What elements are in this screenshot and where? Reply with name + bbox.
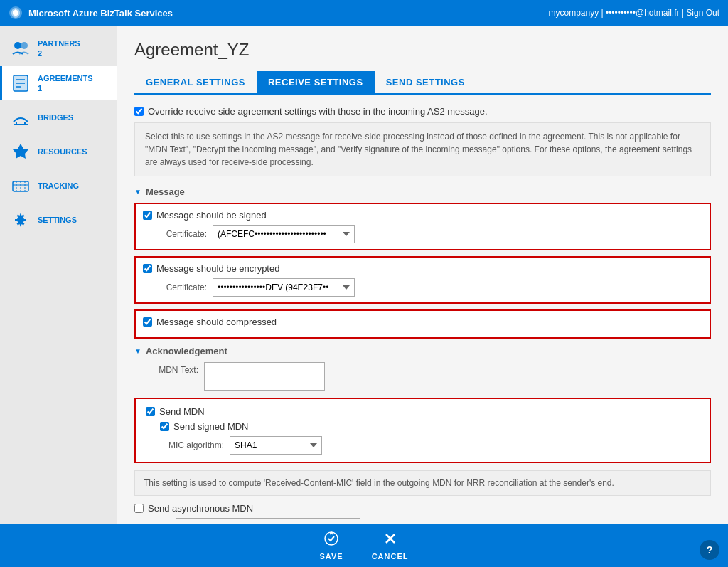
page-title: Agreement_YZ <box>134 40 711 60</box>
topbar-email: ••••••••••@hotmail.fr <box>606 8 680 18</box>
save-button[interactable]: SAVE <box>320 531 343 561</box>
azure-logo-icon <box>9 6 23 20</box>
certificate-signed-row: Certificate: (AFCEFC••••••••••••••••••••… <box>143 225 702 243</box>
msg-signed-checkbox[interactable] <box>143 211 152 220</box>
topbar-username: mycompanyy | <box>548 8 605 18</box>
mdn-text-input[interactable] <box>204 362 325 391</box>
acknowledgement-section-label: Acknowledgement <box>146 346 228 356</box>
nrr-info-box: This setting is used to compute 'Receive… <box>134 470 711 496</box>
send-mdn-box: Send MDN Send signed MDN MIC algorithm: … <box>134 398 711 463</box>
sidebar-item-partners[interactable]: PARTNERS 2 <box>0 31 117 66</box>
tabs-bar: GENERAL SETTINGS RECEIVE SETTINGS SEND S… <box>134 71 711 95</box>
msg-encrypted-checkbox[interactable] <box>143 264 152 273</box>
topbar-left: Microsoft Azure BizTalk Services <box>9 6 173 20</box>
svg-point-1 <box>14 42 21 49</box>
msg-encrypted-check-row: Message should be encrypted <box>143 263 702 274</box>
mdn-text-row: MDN Text: <box>134 362 711 391</box>
cancel-label: CANCEL <box>372 552 409 561</box>
signout-link[interactable]: Sign Out <box>686 8 719 18</box>
sidebar-item-resources-text: RESOURCES <box>38 147 87 157</box>
mic-algorithm-select[interactable]: SHA1 MD5 <box>230 436 322 455</box>
sidebar-item-agreements[interactable]: AGREEMENTS 1 <box>0 66 117 101</box>
certificate-encrypted-row: Certificate: ••••••••••••••••DEV (94E23F… <box>143 278 702 297</box>
content-area: Agreement_YZ GENERAL SETTINGS RECEIVE SE… <box>117 26 728 524</box>
send-signed-mdn-label: Send signed MDN <box>173 421 249 432</box>
send-mdn-label: Send MDN <box>159 406 205 417</box>
msg-compressed-label: Message should compressed <box>156 317 277 327</box>
msg-signed-box: Message should be signed Certificate: (A… <box>134 203 711 250</box>
msg-signed-label: Message should be signed <box>156 210 267 221</box>
mic-algorithm-label: MIC algorithm: <box>160 440 224 450</box>
agreements-icon <box>11 73 31 93</box>
sidebar-item-tracking[interactable]: TRACKING <box>0 169 117 203</box>
sidebar-item-resources[interactable]: RESOURCES <box>0 134 117 169</box>
triangle-icon: ▼ <box>134 188 141 196</box>
mdn-text-label: MDN Text: <box>149 362 198 375</box>
save-icon <box>323 531 339 550</box>
cancel-button[interactable]: CANCEL <box>372 531 409 561</box>
help-button[interactable]: ? <box>700 540 719 560</box>
mic-row: MIC algorithm: SHA1 MD5 <box>160 436 700 455</box>
message-section-label: Message <box>146 186 185 197</box>
sidebar-item-settings-text: SETTINGS <box>38 215 77 225</box>
sidebar-item-partners-text: PARTNERS 2 <box>38 38 80 59</box>
async-mdn-checkbox[interactable] <box>134 504 144 513</box>
sidebar-item-bridges-text: BRIDGES <box>38 112 73 122</box>
svg-point-18 <box>325 532 338 545</box>
sidebar-item-bridges[interactable]: BRIDGES <box>0 100 117 134</box>
certificate-signed-field-label: Certificate: <box>157 229 207 239</box>
send-mdn-check-row: Send MDN <box>146 406 700 417</box>
sidebar-item-agreements-text: AGREEMENTS 1 <box>38 73 93 94</box>
save-label: SAVE <box>320 552 343 561</box>
override-checkbox[interactable] <box>134 107 144 116</box>
acknowledgement-section-header: ▼ Acknowledgement <box>134 346 711 356</box>
msg-compressed-box: Message should compressed <box>134 309 711 339</box>
message-section-header: ▼ Message <box>134 186 711 197</box>
url-input[interactable] <box>176 518 360 524</box>
send-signed-mdn-checkbox[interactable] <box>160 422 169 431</box>
certificate-signed-select[interactable]: (AFCEFC•••••••••••••••••••••••• <box>213 225 355 243</box>
app-title: Microsoft Azure BizTalk Services <box>28 8 173 18</box>
tab-general[interactable]: GENERAL SETTINGS <box>134 71 257 93</box>
svg-rect-12 <box>13 181 28 191</box>
send-mdn-checkbox[interactable] <box>146 407 155 416</box>
async-mdn-label: Send asynchronous MDN <box>148 503 253 514</box>
msg-signed-check-row: Message should be signed <box>143 210 702 221</box>
certificate-encrypted-select[interactable]: ••••••••••••••••DEV (94E23F7•• <box>213 278 355 297</box>
svg-marker-11 <box>13 144 28 159</box>
topbar-user-area: mycompanyy | ••••••••••@hotmail.fr | Sig… <box>548 8 719 18</box>
send-mdn-inner: Send signed MDN MIC algorithm: SHA1 MD5 <box>146 421 700 455</box>
send-signed-mdn-check-row: Send signed MDN <box>160 421 700 432</box>
partners-icon <box>11 38 31 58</box>
settings-icon <box>11 210 31 230</box>
msg-encrypted-label: Message should be encrypted <box>156 263 279 274</box>
override-info-box: Select this to use settings in the AS2 m… <box>134 122 711 176</box>
msg-compressed-checkbox[interactable] <box>143 317 152 327</box>
url-row: URL: <box>134 518 711 524</box>
bottom-bar: SAVE CANCEL ? <box>0 524 728 567</box>
tab-send[interactable]: SEND SETTINGS <box>375 71 476 93</box>
sidebar-item-settings[interactable]: SETTINGS <box>0 203 117 237</box>
msg-compressed-check-row: Message should compressed <box>143 317 702 327</box>
override-label: Override receive side agreement settings… <box>148 106 488 117</box>
certificate-encrypted-field-label: Certificate: <box>157 282 207 292</box>
tracking-icon <box>11 176 31 196</box>
msg-encrypted-box: Message should be encrypted Certificate:… <box>134 256 711 304</box>
async-mdn-row: Send asynchronous MDN <box>134 503 711 514</box>
override-row: Override receive side agreement settings… <box>134 106 711 117</box>
resources-icon <box>11 142 31 161</box>
cancel-icon <box>382 531 398 550</box>
sidebar: PARTNERS 2 AGREEMENTS 1 <box>0 26 117 524</box>
ack-triangle-icon: ▼ <box>134 347 141 355</box>
svg-point-2 <box>21 42 28 49</box>
bridges-icon <box>11 107 31 127</box>
tab-receive[interactable]: RECEIVE SETTINGS <box>257 71 375 93</box>
sidebar-item-tracking-text: TRACKING <box>38 181 79 191</box>
topbar: Microsoft Azure BizTalk Services mycompa… <box>0 0 728 26</box>
